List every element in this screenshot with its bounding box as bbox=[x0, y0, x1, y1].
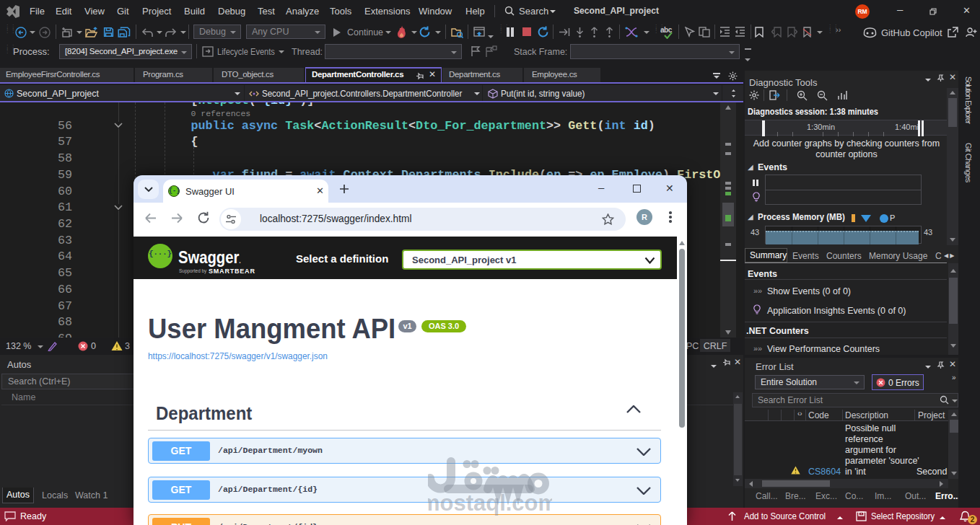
svg-text:mostaql.com: mostaql.com bbox=[428, 490, 552, 516]
